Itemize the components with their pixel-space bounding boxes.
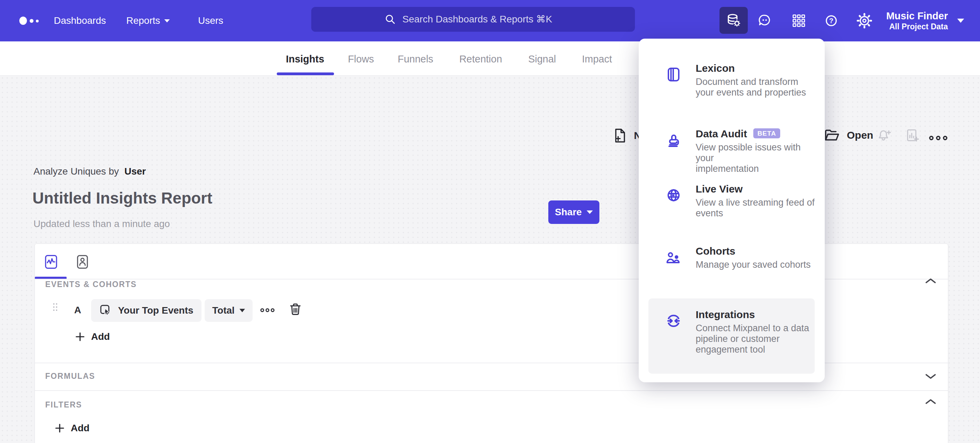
- metric-select-button[interactable]: Total: [205, 299, 253, 322]
- page-content: Analyze Uniques by User Untitled Insight…: [0, 76, 980, 443]
- report-tab-bar: Insights Flows Funnels Retention Signal …: [0, 41, 980, 76]
- messages-icon[interactable]: [757, 0, 772, 41]
- tab-signal[interactable]: Signal: [528, 53, 556, 65]
- share-button[interactable]: Share: [548, 200, 600, 224]
- tab-flows[interactable]: Flows: [348, 53, 374, 65]
- search-icon: [384, 13, 396, 25]
- data-management-icon: [726, 13, 741, 28]
- tab-impact[interactable]: Impact: [582, 53, 612, 65]
- menu-item-description: View possible issues with yourimplementa…: [696, 142, 815, 174]
- data-audit-icon: [665, 132, 682, 148]
- formulas-section-label: FORMULAS: [45, 372, 95, 381]
- page-title[interactable]: Untitled Insights Report: [32, 189, 212, 207]
- active-tab-underline: [277, 73, 334, 75]
- collapse-formulas-chevron-down-icon[interactable]: [924, 373, 937, 380]
- chevron-down-icon: [239, 309, 245, 312]
- tab-retention[interactable]: Retention: [459, 53, 502, 65]
- folder-open-icon: [824, 127, 840, 143]
- data-management-dropdown: Lexicon Document and transformyour event…: [639, 39, 825, 382]
- alert-bell-plus-icon[interactable]: [877, 128, 892, 143]
- menu-item-description: Connect Mixpanel to a datapipeline or cu…: [696, 323, 815, 355]
- updated-timestamp: Updated less than a minute ago: [33, 218, 170, 229]
- svg-text:?: ?: [829, 17, 834, 24]
- menu-item-title: Live View: [696, 183, 815, 195]
- new-document-icon: [612, 128, 628, 143]
- event-picker-button[interactable]: Your Top Events: [91, 299, 202, 322]
- live-view-globe-icon: [665, 187, 682, 203]
- apps-grid-icon[interactable]: [792, 0, 806, 41]
- metrics-view-tab[interactable]: [44, 254, 58, 270]
- menu-item-description: Manage your saved cohorts: [696, 259, 815, 270]
- mixpanel-app: Dashboards Reports Users: [0, 0, 980, 443]
- drag-handle-icon[interactable]: [52, 303, 58, 311]
- chevron-down-icon: [957, 19, 964, 23]
- add-filter-button[interactable]: Add: [55, 422, 89, 434]
- more-ellipsis-icon[interactable]: [929, 135, 948, 141]
- menu-item-title: Lexicon: [696, 62, 815, 75]
- chevron-down-icon: [164, 19, 170, 22]
- add-event-button[interactable]: Add: [75, 331, 110, 342]
- tab-insights[interactable]: Insights: [286, 53, 324, 65]
- cohorts-people-icon: [665, 249, 682, 266]
- filters-section-label: FILTERS: [45, 400, 82, 410]
- menu-item-title: Cohorts: [696, 245, 815, 257]
- project-name: Music Finder: [886, 10, 948, 22]
- beta-badge: BETA: [753, 129, 780, 138]
- menu-item-live-view[interactable]: Live View View a live streaming feed ofe…: [648, 183, 815, 219]
- analyze-by-label: Analyze Uniques by: [33, 166, 119, 177]
- delete-event-trash-icon[interactable]: [288, 302, 302, 318]
- search-input[interactable]: [402, 13, 562, 25]
- collapse-events-chevron-up-icon[interactable]: [924, 277, 937, 284]
- integrations-sync-icon: [665, 313, 682, 329]
- event-row-more-icon[interactable]: [260, 307, 275, 313]
- menu-item-title: Data Audit BETA: [696, 128, 815, 140]
- menu-item-description: View a live streaming feed ofevents: [696, 197, 815, 219]
- analyze-by-value[interactable]: User: [124, 166, 146, 177]
- plus-icon: [55, 423, 65, 433]
- global-search[interactable]: [311, 7, 635, 32]
- event-row-letter: A: [74, 305, 81, 316]
- events-section-label: EVENTS & COHORTS: [45, 280, 137, 289]
- add-chart-icon[interactable]: [905, 128, 920, 143]
- settings-icon[interactable]: [856, 0, 872, 41]
- project-selector[interactable]: Music Finder All Project Data: [886, 0, 948, 41]
- menu-item-description: Document and transformyour events and pr…: [696, 76, 815, 98]
- tab-funnels[interactable]: Funnels: [398, 53, 433, 65]
- event-click-icon: [99, 304, 113, 317]
- collapse-filters-chevron-up-icon[interactable]: [924, 398, 937, 405]
- menu-item-cohorts[interactable]: Cohorts Manage your saved cohorts: [648, 245, 815, 270]
- divider: [35, 390, 948, 391]
- open-report-button[interactable]: Open: [824, 127, 873, 143]
- project-scope: All Project Data: [889, 22, 948, 32]
- help-icon[interactable]: ?: [824, 0, 839, 41]
- data-management-button[interactable]: [719, 7, 748, 34]
- menu-item-title: Integrations: [696, 308, 815, 321]
- lexicon-book-icon: [665, 66, 682, 83]
- menu-item-integrations[interactable]: Integrations Connect Mixpanel to a datap…: [648, 308, 815, 355]
- chevron-down-icon: [587, 210, 593, 214]
- top-nav: Dashboards Reports Users: [0, 0, 980, 41]
- nav-reports[interactable]: Reports: [126, 15, 170, 26]
- menu-item-data-audit[interactable]: Data Audit BETA View possible issues wit…: [648, 128, 815, 174]
- menu-item-lexicon[interactable]: Lexicon Document and transformyour event…: [648, 62, 815, 98]
- nav-users[interactable]: Users: [198, 15, 223, 26]
- plus-icon: [75, 332, 85, 341]
- analyze-by-row: Analyze Uniques by User: [33, 166, 146, 177]
- profiles-view-tab[interactable]: [76, 254, 89, 270]
- nav-dashboards[interactable]: Dashboards: [54, 15, 106, 26]
